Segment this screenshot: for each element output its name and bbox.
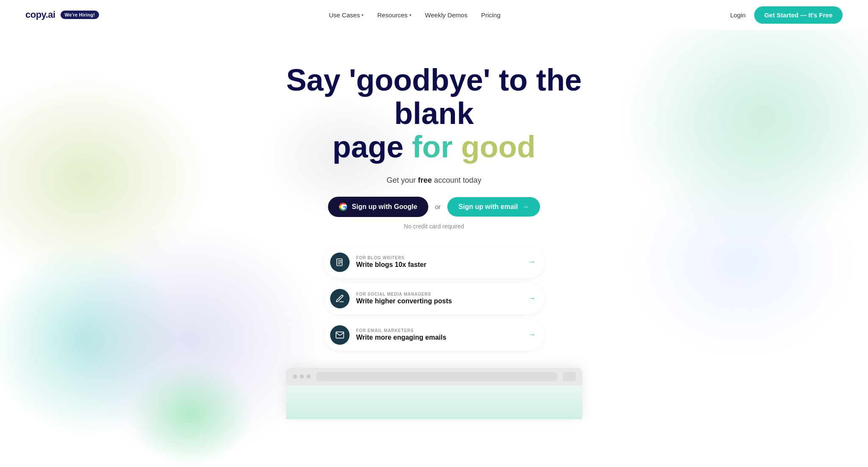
blob-top-right-2 [656, 51, 868, 220]
card-label-social: FOR SOCIAL MEDIA MANAGERS [356, 292, 521, 297]
browser-mock [286, 368, 582, 419]
signup-google-label: Sign up with Google [352, 203, 417, 211]
browser-dot-red [293, 374, 297, 379]
nav-use-cases[interactable]: Use Cases ▾ [329, 11, 364, 19]
navbar: copy.ai We're Hiring! Use Cases ▾ Resour… [0, 0, 868, 30]
card-arrow-blog: → [528, 258, 536, 266]
hero-section: Say 'goodbye' to the blank page for good… [0, 30, 868, 467]
browser-url-bar [316, 372, 558, 381]
nav-weekly-demos[interactable]: Weekly Demos [425, 11, 468, 19]
feature-card-email[interactable]: FOR EMAIL MARKETERS Write more engaging … [324, 319, 544, 351]
hero-cta-row: Sign up with Google or Sign up with emai… [328, 197, 540, 217]
hero-subtitle: Get your free account today [386, 176, 481, 185]
card-text-social: FOR SOCIAL MEDIA MANAGERS Write higher c… [356, 292, 521, 305]
get-started-button[interactable]: Get Started — It's Free [754, 6, 843, 24]
no-credit-card-text: No credit card required [404, 223, 464, 230]
email-icon-wrap [330, 325, 350, 345]
chevron-down-icon: ▾ [409, 13, 411, 17]
hiring-badge[interactable]: We're Hiring! [61, 11, 99, 19]
hero-content: Say 'goodbye' to the blank page for good… [180, 30, 688, 419]
signup-email-button[interactable]: Sign up with email → [447, 197, 540, 217]
nav-left: copy.ai We're Hiring! [25, 9, 99, 20]
nav-center: Use Cases ▾ Resources ▾ Weekly Demos Pri… [329, 11, 501, 19]
arrow-right-icon: → [522, 203, 529, 211]
blog-icon-wrap [330, 253, 350, 272]
nav-right: Login Get Started — It's Free [730, 6, 843, 24]
login-link[interactable]: Login [730, 11, 746, 19]
feature-cards: FOR BLOG WRITERS Write blogs 10x faster … [324, 247, 544, 351]
feature-card-blog[interactable]: FOR BLOG WRITERS Write blogs 10x faster … [324, 247, 544, 278]
google-icon [339, 203, 347, 211]
card-arrow-social: → [528, 294, 536, 303]
browser-actions [563, 372, 576, 381]
document-icon [335, 258, 344, 267]
card-title-email: Write more engaging emails [356, 334, 521, 341]
card-text-email: FOR EMAIL MARKETERS Write more engaging … [356, 328, 521, 341]
signup-google-button[interactable]: Sign up with Google [328, 197, 428, 217]
or-divider: or [435, 203, 441, 210]
browser-dots [293, 374, 311, 379]
hero-headline: Say 'goodbye' to the blank page for good [265, 63, 603, 164]
logo: copy.ai [25, 9, 55, 20]
browser-bar [286, 368, 582, 385]
signup-email-label: Sign up with email [458, 203, 518, 211]
blob-bottom-left [0, 234, 190, 446]
nav-resources[interactable]: Resources ▾ [377, 11, 411, 19]
browser-dot-green [306, 374, 311, 379]
chevron-down-icon: ▾ [361, 13, 364, 17]
browser-dot-yellow [300, 374, 304, 379]
card-arrow-email: → [528, 330, 536, 339]
browser-body [286, 385, 582, 419]
card-label-email: FOR EMAIL MARKETERS [356, 328, 521, 333]
pencil-icon [335, 294, 344, 303]
card-title-blog: Write blogs 10x faster [356, 261, 521, 269]
social-icon-wrap [330, 289, 350, 308]
card-title-social: Write higher converting posts [356, 297, 521, 305]
nav-pricing[interactable]: Pricing [481, 11, 501, 19]
card-text-blog: FOR BLOG WRITERS Write blogs 10x faster [356, 255, 521, 269]
card-label-blog: FOR BLOG WRITERS [356, 255, 521, 260]
envelope-icon [335, 330, 344, 340]
feature-card-social[interactable]: FOR SOCIAL MEDIA MANAGERS Write higher c… [324, 283, 544, 314]
